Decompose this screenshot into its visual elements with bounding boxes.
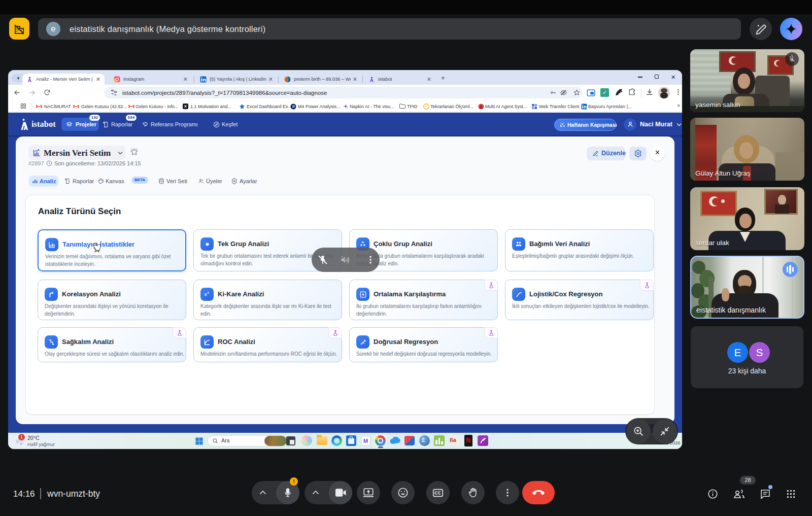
svg-text:x: x [205, 292, 207, 297]
svg-text:2: 2 [208, 291, 209, 294]
